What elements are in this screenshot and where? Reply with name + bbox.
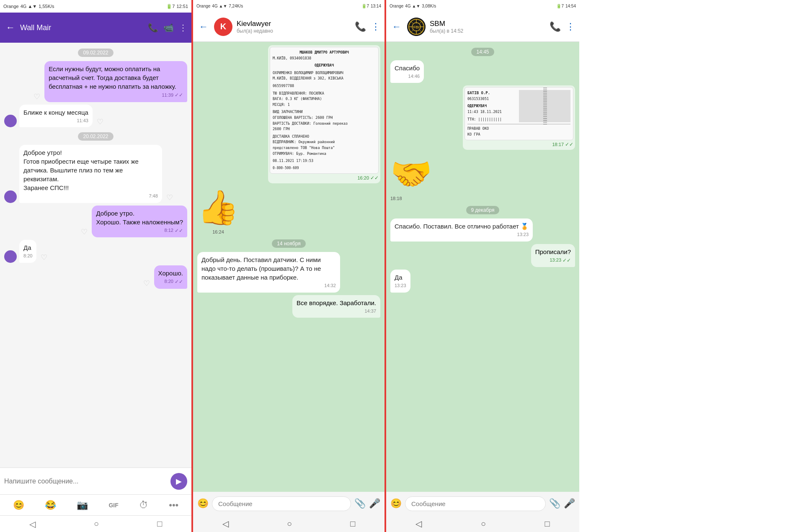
messages-area-2: МШАКОВ ДМИТРО АРТУРОВИЧ М.КИЇВ, 09340018… [193, 42, 384, 492]
back-button-3[interactable]: ← [390, 20, 403, 34]
bubble-text: Доброе утро!Готов приобрести еще четыре … [23, 149, 139, 191]
avatar-small [4, 250, 17, 263]
message-input-2[interactable] [212, 496, 351, 511]
date-sep-4: 9 декабря [390, 206, 575, 213]
panel-viber: Orange 4G ▲▼ 1,55K/s 🔋7 12:51 ← Wall Mai… [0, 0, 193, 532]
thumbsup-emoji: 👍 [197, 186, 239, 229]
panel-kievlawyer: Orange 4G ▲▼ 7,24K/s 🔋7 13:14 ← K Kievla… [193, 0, 386, 532]
mic-icon-3[interactable]: 🎤 [564, 498, 575, 509]
more-icon-2[interactable]: ⋮ [371, 21, 380, 32]
time-2: 13:14 [371, 4, 381, 8]
bubble-incoming: Да 8:20 [19, 240, 36, 262]
bubble-text: Доброе утро.Хорошо. Также наложенным? [96, 210, 183, 226]
bubble-text: Хорошо. [158, 270, 183, 277]
bubble-image: МШАКОВ ДМИТРО АРТУРОВИЧ М.КИЇВ, 09340018… [268, 45, 380, 183]
attach-icon-2[interactable]: 📎 [354, 498, 366, 509]
back-button-1[interactable]: ← [4, 21, 17, 35]
time-1: 12:51 [176, 4, 188, 9]
message-input-1[interactable] [4, 478, 167, 485]
msg-time: 14:37 [364, 308, 376, 314]
nav-recents-3[interactable]: □ [545, 519, 550, 529]
bubble-text: Прописали? [535, 248, 571, 255]
input-area-3: 😊 📎 🎤 [386, 492, 579, 515]
call-icon-1[interactable]: 📞 [148, 23, 158, 33]
contact-name-1: Wall Mair [20, 23, 144, 32]
header-info-3: SBM был(а) в 14:52 [430, 20, 545, 34]
emoji-icon[interactable]: 😂 [45, 500, 56, 511]
chat-header-2: ← K Kievlawyer был(а) недавно 📞 ⋮ [193, 12, 384, 42]
sticker-icon[interactable]: 😊 [13, 500, 24, 511]
msg-row: Ближе к концу месяца 11:43 ♡ [4, 105, 187, 127]
msg-time: 18:17 [552, 141, 564, 148]
status-left-2: Orange 4G ▲▼ 7,24K/s [196, 4, 243, 8]
status-left-3: Orange 4G ▲▼ 3,08K/s [390, 4, 436, 8]
emoji-input-icon-2[interactable]: 😊 [197, 498, 209, 509]
nav-home[interactable]: ○ [94, 519, 99, 529]
send-button-1[interactable]: ▶ [170, 473, 187, 490]
emoji-input-icon-3[interactable]: 😊 [390, 498, 402, 509]
msg-row-emoji: 👍 16:24 [197, 186, 380, 234]
bubble-incoming: Добрый день. Поставил датчики. С ними на… [197, 252, 340, 292]
nav-recents-2[interactable]: □ [350, 519, 355, 529]
msg-row: Спасибо 14:46 [390, 60, 575, 83]
bubble-incoming: Ближе к концу месяца 11:43 [19, 105, 93, 127]
bubble-text: Да [23, 244, 31, 251]
chat-header-3: ← FBI SBM был(а) в 14:52 📞 [386, 12, 579, 42]
heart-btn[interactable]: ♡ [165, 192, 175, 203]
bubble-incoming: Спасибо 14:46 [390, 60, 424, 83]
bubble-text: Если нужны будут, можно оплатить на расч… [49, 65, 176, 90]
nav-back-2[interactable]: ◁ [222, 519, 229, 529]
avatar-sbm: FBI [407, 18, 426, 36]
header-icons-2: 📞 ⋮ [355, 21, 380, 32]
nav-home-3[interactable]: ○ [481, 519, 486, 529]
nav-back-3[interactable]: ◁ [415, 519, 422, 529]
msg-time: 14:46 [408, 73, 420, 80]
back-button-2[interactable]: ← [197, 20, 210, 34]
tick: ✓✓ [370, 175, 379, 182]
input-area-1: ▶ [0, 468, 191, 494]
heart-btn[interactable]: ♡ [95, 116, 105, 127]
msg-time: 8:20 [165, 278, 173, 285]
bubble-outgoing-tg: Все впорядке. Заработали. 14:37 [292, 295, 380, 318]
msg-time: 13:23 [395, 283, 406, 289]
camera-icon[interactable]: 📷 [77, 500, 88, 511]
status-right-3: 🔋7 14:54 [556, 4, 576, 8]
bubble-outgoing: Хорошо. 8:20 ✓✓ [154, 265, 187, 289]
panel-sbm: Orange 4G ▲▼ 3,08K/s 🔋7 14:54 ← FBI [386, 0, 579, 532]
heart-btn[interactable]: ♡ [39, 252, 49, 263]
nav-recents[interactable]: □ [157, 519, 162, 529]
more-toolbar-icon[interactable]: ••• [169, 500, 178, 511]
msg-row: ♡ Хорошо. 8:20 ✓✓ [4, 265, 187, 289]
msg-row: Добрый день. Поставил датчики. С ними на… [197, 252, 380, 292]
mic-icon-2[interactable]: 🎤 [369, 498, 380, 509]
tick: ✓✓ [562, 257, 571, 264]
time-3: 14:54 [565, 4, 576, 8]
heart-btn[interactable]: ♡ [79, 226, 89, 237]
call-icon-3[interactable]: 📞 [550, 21, 561, 32]
message-input-3[interactable] [405, 496, 546, 511]
video-icon-1[interactable]: 📹 [163, 23, 174, 33]
heart-btn[interactable]: ♡ [32, 91, 42, 102]
call-icon-2[interactable]: 📞 [355, 21, 366, 32]
battery-1: 🔋7 [166, 4, 175, 9]
battery-2: 🔋7 [361, 4, 369, 8]
more-icon-3[interactable]: ⋮ [566, 21, 575, 32]
msg-time: 11:39 [162, 92, 173, 98]
status-left-1: Orange 4G ▲▼ 1,55K/s [3, 4, 54, 9]
avatar-kievlawyer: K [214, 18, 232, 36]
carrier-1: Orange [3, 4, 19, 9]
attach-icon-3[interactable]: 📎 [549, 498, 560, 509]
heart-btn[interactable]: ♡ [142, 278, 152, 289]
more-icon-1[interactable]: ⋮ [179, 23, 187, 33]
msg-row: Прописали? 13:23 ✓✓ [390, 244, 575, 267]
tick: ✓✓ [175, 92, 183, 99]
gif-icon[interactable]: GIF [108, 502, 118, 509]
bubble-meta: 11:43 [23, 118, 88, 124]
nav-home-2[interactable]: ○ [287, 519, 292, 529]
timer-icon[interactable]: ⏱ [139, 500, 148, 511]
receipt-image-1: МШАКОВ ДМИТРО АРТУРОВИЧ М.КИЇВ, 09340018… [270, 47, 379, 174]
nav-back[interactable]: ◁ [29, 519, 36, 529]
receipt-image-2: БАТІВ О.Р. 0631533051 ОДЕРЖУВАЧ 11:43 18… [464, 87, 573, 140]
bubble-outgoing: Доброе утро.Хорошо. Также наложенным? 8:… [92, 206, 187, 238]
bubble-text: Все впорядке. Заработали. [297, 299, 376, 306]
